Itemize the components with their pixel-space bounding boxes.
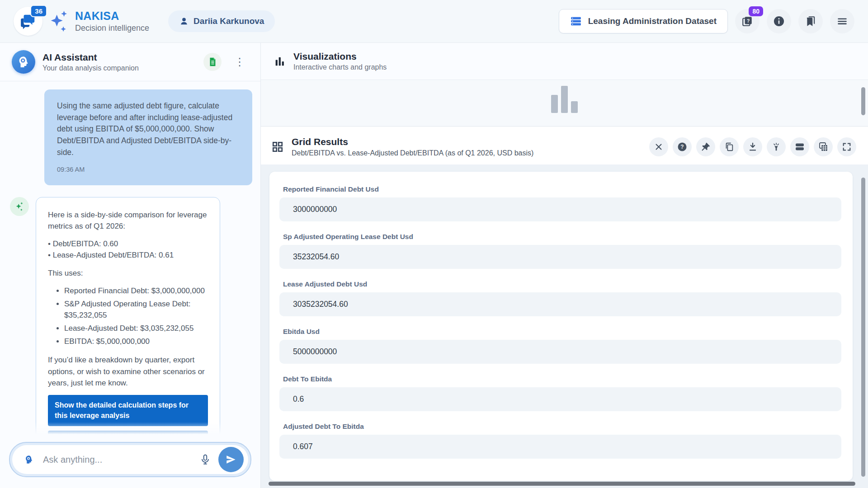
- dataset-selector-button[interactable]: Leasing Administration Dataset: [559, 9, 728, 33]
- grid-icon: [272, 141, 283, 153]
- grid-field: Debt To Ebitda 0.6: [279, 375, 841, 411]
- head-gear-icon: [17, 55, 30, 69]
- visualizations-subtitle: Interactive charts and graphs: [293, 63, 387, 71]
- stacked-rows-icon: [794, 141, 805, 152]
- close-button[interactable]: [649, 137, 668, 156]
- ask-input[interactable]: [43, 455, 197, 465]
- top-bar-actions: Leasing Administration Dataset ? 80: [559, 9, 854, 33]
- suggestion-button-partial[interactable]: [48, 431, 208, 437]
- chat-input-zone: [0, 437, 260, 488]
- field-value[interactable]: 35232054.60: [279, 245, 841, 269]
- ai-intro-text: Here is a side-by-side comparison for le…: [48, 209, 208, 232]
- export-sheet-button[interactable]: [203, 53, 222, 71]
- vertical-scrollbar-viz[interactable]: [861, 87, 865, 115]
- field-value[interactable]: 3035232054.60: [279, 292, 841, 316]
- ai-assistant-panel: AI Assistant Your data analysis companio…: [0, 43, 261, 488]
- chat-input-outline: [9, 442, 251, 477]
- brand-text: NAKISA Decision intelligence: [75, 9, 149, 33]
- assistant-menu-button[interactable]: ⋮: [231, 57, 249, 67]
- user-message-time: 09:36 AM: [57, 165, 240, 174]
- assistant-title: AI Assistant: [42, 52, 139, 63]
- field-label: Debt To Ebitda: [279, 375, 841, 383]
- grid-field: Lease Adjusted Debt Usd 3035232054.60: [279, 280, 841, 316]
- metric-item: Lease-Adjusted Debt/EBITDA: 0.61: [48, 249, 208, 261]
- fullscreen-button[interactable]: [837, 137, 856, 156]
- help-button[interactable]: ?: [673, 137, 692, 156]
- table-view-button[interactable]: [814, 137, 833, 156]
- ai-message-bubble: Here is a side-by-side comparison for le…: [36, 197, 220, 437]
- download-button[interactable]: [743, 137, 762, 156]
- grid-results-section: Grid Results Debt/EBITDA vs. Lease-Adjus…: [261, 127, 868, 488]
- metric-list: Debt/EBITDA: 0.60 Lease-Adjusted Debt/EB…: [48, 238, 208, 261]
- visualizations-header: Visualizations Interactive charts and gr…: [261, 43, 868, 80]
- grid-results-title: Grid Results: [292, 136, 533, 147]
- menu-button[interactable]: [830, 9, 854, 33]
- svg-text:?: ?: [747, 18, 750, 23]
- field-label: Lease Adjusted Debt Usd: [279, 280, 841, 288]
- uses-item: Reported Financial Debt: $3,000,000,000: [64, 285, 208, 296]
- grid-field: Sp Adjusted Operating Lease Debt Usd 352…: [279, 233, 841, 269]
- help-cards-button[interactable]: ? 80: [735, 9, 760, 33]
- question-icon: ?: [677, 141, 688, 152]
- grid-body: Reported Financial Debt Usd 3000000000 S…: [261, 164, 868, 488]
- top-bar: 36 NAKISA Decision intelligence Dariia K…: [0, 0, 868, 43]
- field-label: Adjusted Debt To Ebitda: [279, 422, 841, 431]
- field-value[interactable]: 3000000000: [279, 197, 841, 221]
- bookmarks-button[interactable]: [798, 9, 823, 33]
- grid-toolbar: ?: [649, 137, 856, 156]
- send-button[interactable]: [218, 447, 244, 472]
- notification-badge: 36: [30, 5, 47, 17]
- app-logo[interactable]: 36: [14, 7, 42, 36]
- assistant-avatar: [12, 50, 35, 74]
- grid-results-card: Reported Financial Debt Usd 3000000000 S…: [269, 172, 853, 481]
- vertical-scrollbar-grid[interactable]: [861, 178, 865, 477]
- tables-icon: [818, 141, 829, 152]
- field-value[interactable]: 5000000000: [279, 340, 841, 364]
- copy-button[interactable]: [720, 137, 739, 156]
- ai-sparkle-avatar: [10, 197, 29, 216]
- mic-button[interactable]: [197, 451, 214, 468]
- brand-subtitle: Decision intelligence: [75, 23, 149, 33]
- field-label: Sp Adjusted Operating Lease Debt Usd: [279, 233, 841, 241]
- chat-input-pill[interactable]: [12, 445, 248, 474]
- user-profile-chip[interactable]: Dariia Karkunova: [168, 10, 275, 32]
- horizontal-scrollbar[interactable]: [269, 482, 855, 486]
- user-message-text: Using the same adjusted debt figure, cal…: [57, 100, 240, 159]
- grid-results-header: Grid Results Debt/EBITDA vs. Lease-Adjus…: [261, 127, 868, 164]
- pin-button[interactable]: [696, 137, 715, 156]
- content-panel: Visualizations Interactive charts and gr…: [261, 43, 868, 488]
- field-value[interactable]: 0.607: [279, 435, 841, 459]
- uses-label: This uses:: [48, 267, 208, 279]
- field-value[interactable]: 0.6: [279, 387, 841, 411]
- dataset-selector-label: Leasing Administration Dataset: [588, 16, 717, 26]
- uses-item: S&P Adjusted Operating Lease Debt: $35,2…: [64, 298, 208, 321]
- assistant-subtitle: Your data analysis companion: [42, 64, 139, 72]
- hamburger-icon: [836, 15, 848, 27]
- sparkles-icon: [49, 9, 69, 33]
- uses-list: Reported Financial Debt: $3,000,000,000 …: [64, 285, 208, 347]
- funnel-spark-icon: [771, 142, 781, 152]
- spreadsheet-file-icon: [208, 57, 217, 67]
- ai-message-row: Here is a side-by-side comparison for le…: [10, 197, 260, 437]
- pin-icon: [701, 142, 711, 152]
- field-label: Reported Financial Debt Usd: [279, 185, 841, 193]
- uses-item: EBITDA: $5,000,000,000: [64, 336, 208, 347]
- close-icon: [654, 142, 664, 152]
- field-label: Ebitda Usd: [279, 328, 841, 336]
- bar-chart-icon: [274, 55, 286, 68]
- dataset-list-icon: [570, 15, 582, 27]
- info-icon: [773, 15, 785, 28]
- suggestion-button[interactable]: Show the detailed calculation steps for …: [48, 395, 208, 426]
- visualizations-empty-state: No visualizations to display: [261, 80, 868, 127]
- rows-layout-button[interactable]: [790, 137, 809, 156]
- microphone-icon: [199, 454, 211, 465]
- ai-outro-text: If you’d like a breakdown by quarter, ex…: [48, 354, 208, 388]
- highlight-button[interactable]: [767, 137, 786, 156]
- send-plane-icon: [225, 454, 237, 465]
- grid-field: Ebitda Usd 5000000000: [279, 328, 841, 364]
- chat-messages: Using the same adjusted debt figure, cal…: [0, 81, 260, 437]
- fullscreen-icon: [842, 142, 852, 152]
- metric-item: Debt/EBITDA: 0.60: [48, 238, 208, 249]
- info-button[interactable]: [767, 9, 791, 33]
- user-name: Dariia Karkunova: [193, 16, 264, 26]
